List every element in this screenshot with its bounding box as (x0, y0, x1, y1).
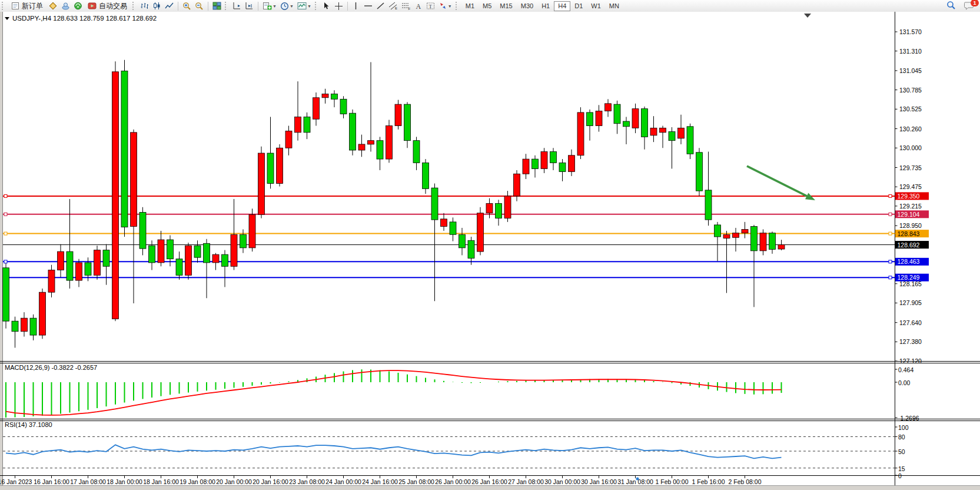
line-anchor-square[interactable] (4, 213, 7, 216)
tile-windows-icon (212, 2, 221, 10)
candle (404, 104, 411, 141)
search-icon[interactable] (946, 1, 956, 10)
candle (669, 132, 675, 141)
candle (112, 72, 119, 319)
candle (258, 153, 265, 214)
tf-button-D1[interactable]: D1 (570, 1, 587, 11)
candlestick-chart-icon (152, 2, 161, 10)
candle (778, 245, 785, 249)
trendline-button[interactable] (374, 1, 387, 11)
zoom-in-button[interactable] (181, 1, 193, 11)
tf-button-M15[interactable]: M15 (496, 1, 516, 11)
svg-text:RSI(14) 37.1080: RSI(14) 37.1080 (5, 421, 52, 428)
svg-text:19 Jan 08:00: 19 Jan 08:00 (180, 478, 215, 485)
candle (504, 196, 511, 218)
svg-text:18 Jan 16:00: 18 Jan 16:00 (143, 478, 179, 485)
candle (723, 234, 730, 238)
signals-button[interactable] (72, 1, 84, 11)
autotrading-button[interactable]: 自动交易 (84, 1, 131, 11)
toolbar-grip[interactable] (456, 2, 459, 10)
cursor-button[interactable] (321, 1, 333, 11)
line-anchor-square[interactable] (889, 194, 892, 197)
svg-text:1 Feb 00:00: 1 Feb 00:00 (655, 478, 688, 485)
new-order-button[interactable]: 新订单 (8, 1, 46, 11)
svg-text:130.785: 130.785 (899, 87, 922, 94)
toolbar-grip[interactable] (315, 2, 318, 10)
candlestick-chart-button[interactable] (151, 1, 163, 11)
svg-text:30 Jan 00:00: 30 Jan 00:00 (544, 478, 580, 485)
profile-2-icon (245, 2, 254, 10)
candle (733, 233, 739, 238)
svg-text:128.692: 128.692 (898, 241, 920, 249)
candle (212, 254, 219, 263)
svg-text:128.249: 128.249 (898, 274, 920, 281)
candle (760, 233, 766, 251)
candle (486, 203, 493, 213)
line-anchor-square[interactable] (889, 260, 892, 263)
crosshair-button[interactable] (333, 1, 345, 11)
text-button[interactable]: A (413, 1, 424, 11)
mt4-window: 新订单 自动交易 (0, 0, 980, 490)
candle (304, 117, 310, 132)
profile-next-button[interactable] (243, 1, 255, 11)
toolbar-grip[interactable] (2, 2, 5, 10)
candle (450, 222, 456, 234)
candle (85, 263, 91, 275)
add-indicator-button[interactable]: ▼ (261, 1, 278, 11)
line-anchor-square[interactable] (889, 276, 892, 279)
template-button[interactable]: ▼ (295, 1, 313, 11)
candle (605, 104, 612, 111)
svg-text:16 Jan 16:00: 16 Jan 16:00 (34, 478, 69, 485)
candle (76, 263, 82, 280)
fibonacci-button[interactable]: F (400, 1, 413, 11)
candle (523, 159, 529, 174)
equidistant-channel-button[interactable]: E (387, 1, 400, 11)
candle (632, 109, 639, 128)
tf-button-M30[interactable]: M30 (517, 1, 537, 11)
candle (696, 153, 703, 191)
line-anchor-square[interactable] (889, 213, 892, 216)
candle (559, 163, 566, 171)
horizontal-line-button[interactable] (362, 1, 374, 11)
toolbar-right: 1 (946, 1, 974, 10)
community-button[interactable] (59, 1, 72, 11)
line-anchor-square[interactable] (4, 232, 7, 235)
line-anchor-square[interactable] (889, 232, 892, 235)
line-chart-button[interactable] (163, 1, 175, 11)
svg-text:80: 80 (898, 433, 905, 441)
candle (687, 127, 693, 154)
fibonacci-icon: F (401, 2, 411, 10)
gold-tool-button[interactable] (46, 1, 59, 11)
chart-area[interactable]: 131.570131.310131.045130.785130.525130.2… (0, 12, 980, 490)
candle (176, 259, 182, 276)
svg-text:130.000: 130.000 (899, 144, 922, 151)
vertical-line-button[interactable] (350, 1, 362, 11)
candle (277, 148, 283, 183)
arrows-button[interactable]: ▼ (437, 1, 454, 11)
line-anchor-square[interactable] (4, 194, 7, 197)
zoom-out-button[interactable] (193, 1, 205, 11)
template-icon (297, 2, 307, 10)
toolbar-grip[interactable] (132, 2, 136, 10)
tf-button-H4[interactable]: H4 (554, 1, 570, 11)
bar-chart-button[interactable] (138, 1, 151, 11)
text-label-button[interactable]: T (424, 1, 437, 11)
tf-button-M5[interactable]: M5 (479, 1, 496, 11)
period-clock-icon (280, 2, 289, 11)
tile-windows-button[interactable] (211, 1, 223, 11)
svg-text:128.950: 128.950 (899, 222, 922, 229)
profile-previous-button[interactable] (231, 1, 243, 11)
period-clock-button[interactable]: ▼ (278, 1, 295, 11)
chat-button[interactable]: 1 (964, 1, 974, 10)
line-chart-icon (165, 2, 174, 10)
tf-button-MN[interactable]: MN (605, 1, 623, 11)
candle (386, 126, 393, 160)
line-anchor-square[interactable] (4, 260, 7, 263)
tf-button-W1[interactable]: W1 (587, 1, 605, 11)
svg-text:31 Jan 08:00: 31 Jan 08:00 (617, 478, 653, 485)
tf-button-H1[interactable]: H1 (537, 1, 554, 11)
toolbar-grip[interactable] (225, 2, 228, 10)
candle (614, 104, 620, 124)
tf-button-M1[interactable]: M1 (461, 1, 479, 11)
candle (231, 234, 237, 266)
